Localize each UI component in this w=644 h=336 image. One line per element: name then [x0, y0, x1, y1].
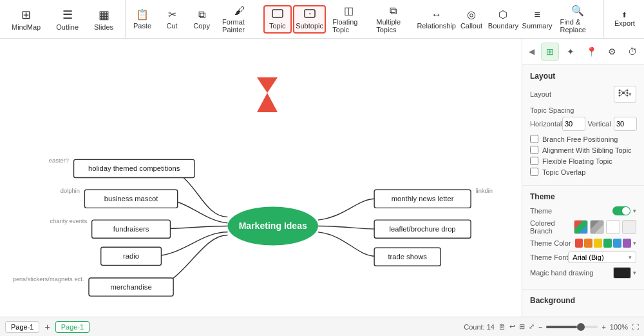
summary-button[interactable]: ≡ Summary: [521, 6, 554, 32]
panel-tab-style[interactable]: ✦: [562, 43, 580, 61]
find-replace-button[interactable]: 🔍 Find & Replace: [554, 2, 600, 36]
floating-topic-icon: ◫: [344, 5, 354, 17]
cut-button[interactable]: ✂ Cut: [158, 6, 186, 32]
alignment-checkbox[interactable]: [530, 146, 538, 154]
svg-text:radio: radio: [123, 252, 139, 260]
alignment-label: Alignment With Sibling Topic: [542, 146, 632, 154]
svg-point-27: [619, 90, 621, 92]
panel-tab-location[interactable]: 📍: [582, 43, 600, 61]
toolbar: ⊞ MindMap ☰ Outline ▦ Slides 📋 Paste ✂ C…: [0, 0, 644, 39]
layout-section-title: Layout: [530, 72, 636, 81]
svg-text:linkdin: linkdin: [476, 188, 493, 194]
font-dropdown-arrow: ▾: [629, 254, 632, 261]
color-strip-purple: [623, 239, 631, 248]
bottom-left: Page-1 + Page-1: [5, 321, 90, 333]
slides-view-button[interactable]: ▦ Slides: [88, 5, 120, 34]
export-button[interactable]: ⬆ Export: [609, 8, 640, 30]
main-content: Marketing Ideas holiday themed competiti…: [0, 39, 644, 317]
copy-icon: ⧉: [198, 9, 205, 21]
horizontal-input[interactable]: [562, 117, 585, 131]
svg-text:business mascot: business mascot: [104, 195, 159, 203]
summary-icon: ≡: [534, 9, 540, 21]
plus-icon[interactable]: +: [601, 323, 605, 331]
theme-color-dropdown: ▾: [633, 240, 636, 246]
undo-icon[interactable]: ↩: [509, 322, 515, 331]
layout-selector[interactable]: ▾: [614, 86, 636, 103]
page-tab-1-active[interactable]: Page-1: [55, 321, 90, 333]
paste-button[interactable]: 📋 Paste: [128, 6, 156, 32]
panel-tab-settings[interactable]: ⚙: [603, 43, 621, 61]
svg-text:merchandise: merchandise: [110, 283, 151, 291]
flexible-checkbox[interactable]: [530, 157, 538, 165]
relationship-button[interactable]: ↔ Relationship: [417, 6, 456, 32]
toolbar-center: 📋 Paste ✂ Cut ⧉ Copy 🖌 Format Painter To…: [126, 0, 603, 38]
overlap-row: Topic Overlap: [530, 168, 636, 176]
svg-rect-0: [272, 10, 283, 17]
zoom-level: 100%: [610, 323, 628, 331]
count-label: Count: 14: [464, 323, 495, 331]
magic-hand-dropdown: ▾: [633, 270, 636, 276]
view-switcher: ⊞ MindMap ☰ Outline ▦ Slides: [0, 0, 126, 38]
canvas-area[interactable]: Marketing Ideas holiday themed competiti…: [0, 39, 522, 317]
magic-hand-color[interactable]: [613, 267, 631, 279]
svg-text:holiday themed competitions: holiday themed competitions: [88, 164, 180, 172]
zoom-bar[interactable]: [546, 326, 598, 328]
theme-font-label: Theme Font: [530, 253, 568, 261]
grid-icon[interactable]: ⊞: [519, 322, 525, 331]
overlap-checkbox[interactable]: [530, 168, 538, 176]
fullscreen-icon[interactable]: ⛶: [632, 323, 639, 331]
theme-color-control[interactable]: ▾: [575, 239, 636, 248]
branch-free-row: Branch Free Positioning: [530, 135, 636, 143]
theme-color-row: Theme Color ▾: [530, 239, 636, 248]
multiple-topics-button[interactable]: ⧉ Multiple Topics: [371, 3, 415, 36]
page-tab-1[interactable]: Page-1: [5, 321, 39, 333]
layout-label: Layout: [530, 90, 551, 98]
svg-text:easter?: easter?: [49, 157, 69, 164]
vertical-input[interactable]: [614, 117, 637, 131]
color-option-4[interactable]: [622, 220, 636, 234]
svg-text:monthly news letter: monthly news letter: [392, 195, 454, 203]
panel-tab-more[interactable]: ⏱: [623, 43, 641, 61]
panel-collapse-button[interactable]: ◀: [525, 45, 538, 58]
bottom-right: Count: 14 🖹 ↩ ⊞ ⤢ − + 100% ⛶: [464, 322, 639, 331]
theme-font-value: Arial (Big): [573, 253, 603, 261]
color-strip-yellow: [594, 239, 602, 248]
outline-view-button[interactable]: ☰ Outline: [50, 5, 85, 34]
boundary-button[interactable]: ⬡ Boundary: [487, 6, 520, 32]
right-panel: ◀ ⊞ ✦ 📍 ⚙ ⏱ Layout Layout ▾ Topic Spacin…: [522, 39, 644, 317]
colored-branch-row: Colored Branch: [530, 219, 636, 235]
topic-button[interactable]: Topic: [263, 5, 292, 34]
mindmap-view-button[interactable]: ⊞ MindMap: [5, 5, 47, 34]
subtopic-icon: ▾: [304, 9, 316, 21]
add-page-button[interactable]: +: [44, 322, 50, 332]
floating-topic-button[interactable]: ◫ Floating Topic: [327, 2, 370, 36]
theme-font-selector[interactable]: Arial (Big) ▾: [568, 252, 636, 263]
relationship-icon: ↔: [431, 9, 442, 21]
svg-line-35: [623, 90, 627, 93]
format-painter-button[interactable]: 🖌 Format Painter: [217, 3, 262, 36]
outline-icon: ☰: [62, 8, 73, 22]
color-option-3[interactable]: [606, 220, 620, 234]
colored-branch-label: Colored Branch: [530, 219, 574, 235]
format-painter-icon: 🖌: [234, 5, 245, 17]
colored-branch-options: [574, 220, 636, 234]
flexible-row: Flexible Floating Topic: [530, 157, 636, 165]
copy-button[interactable]: ⧉ Copy: [187, 6, 216, 32]
color-option-2[interactable]: [590, 220, 604, 234]
theme-toggle[interactable]: [612, 206, 630, 215]
callout-button[interactable]: ◎ Callout: [457, 6, 486, 32]
color-strip-blue: [613, 239, 621, 248]
alignment-row: Alignment With Sibling Topic: [530, 146, 636, 154]
background-section: Background: [522, 290, 644, 317]
svg-text:trade shows: trade shows: [388, 253, 427, 261]
magic-hand-label: Magic hand drawing: [530, 269, 593, 277]
panel-tab-layout[interactable]: ⊞: [541, 43, 559, 61]
color-option-1[interactable]: [574, 220, 588, 234]
zoom-handle: [577, 323, 585, 331]
theme-toggle-dot: [622, 207, 630, 215]
minus-icon[interactable]: −: [538, 323, 542, 331]
branch-free-checkbox[interactable]: [530, 135, 538, 143]
subtopic-button[interactable]: ▾ Subtopic: [293, 5, 327, 34]
fit-icon[interactable]: ⤢: [529, 322, 535, 331]
find-replace-icon: 🔍: [571, 5, 584, 17]
